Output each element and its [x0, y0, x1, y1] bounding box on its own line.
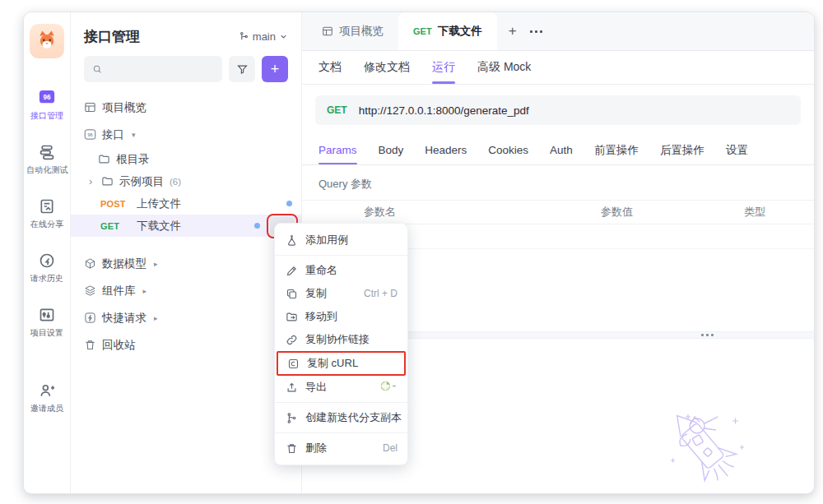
tab-bar: 项目概览 GET 下载文件 +: [302, 12, 814, 51]
tree-item-data-model[interactable]: 数据模型 ▸: [71, 250, 301, 277]
menu-item-move-to[interactable]: 移动到: [275, 305, 407, 328]
query-section-label: Query 参数: [302, 165, 814, 200]
tree-item-recycle-bin[interactable]: 回收站: [71, 331, 301, 358]
tab-headers[interactable]: Headers: [425, 136, 467, 164]
tab-method-badge: GET: [413, 26, 432, 36]
menu-label: 复制 cURL: [307, 356, 396, 371]
menu-item-rename[interactable]: 重命名: [275, 259, 407, 282]
rail-label: 接口管理: [30, 110, 63, 122]
chevron-down-icon: [279, 32, 288, 41]
search-input[interactable]: [107, 63, 214, 76]
menu-item-copy-collab-link[interactable]: 复制协作链接: [275, 328, 407, 351]
tree-label: 下载文件: [137, 219, 181, 234]
tree-item-component-lib[interactable]: 组件库 ▸: [71, 277, 301, 304]
svg-text:96: 96: [87, 132, 92, 137]
params-table-header: 参数名 参数值 类型: [302, 200, 814, 224]
add-case-icon: [286, 234, 298, 247]
tree-label: 组件库: [102, 284, 136, 298]
menu-item-delete[interactable]: 删除 Del: [275, 437, 407, 460]
duplicate-icon: [286, 288, 298, 300]
add-button[interactable]: +: [262, 56, 288, 82]
tab-advanced-mock[interactable]: 高级 Mock: [477, 51, 531, 84]
tree-label: 回收站: [102, 338, 136, 353]
menu-item-duplicate[interactable]: 复制 Ctrl + D: [275, 282, 407, 305]
col-param-type: 类型: [744, 205, 814, 220]
tree-item-upload-file[interactable]: POST 上传文件: [71, 192, 301, 215]
menu-item-new-iteration-branch-copy[interactable]: 创建新迭代分支副本: [275, 406, 407, 429]
tab-label: 下载文件: [438, 24, 482, 39]
quick-request-icon: [84, 312, 96, 324]
branch-selector[interactable]: main: [239, 30, 288, 43]
app-window: 96 接口管理 自动化测试 在线分享 请求历史 项目设置: [23, 12, 815, 494]
tree-label: 根目录: [116, 152, 150, 167]
splitter-handle-icon: [701, 334, 714, 336]
branch-copy-icon: [286, 412, 298, 424]
menu-label: 重命名: [305, 263, 398, 278]
trash-icon: [84, 339, 96, 351]
search-icon: [92, 63, 102, 75]
url-method-badge: GET: [327, 104, 347, 116]
export-icon: [286, 381, 298, 394]
tree-item-example-folder[interactable]: › 示例项目 (6): [71, 170, 301, 192]
request-history-icon: [38, 252, 56, 269]
unsaved-dot: [286, 201, 292, 206]
tree-label: 数据模型: [102, 257, 146, 271]
tab-doc[interactable]: 文档: [319, 51, 342, 84]
invite-member-button[interactable]: 邀请成员: [29, 382, 65, 414]
menu-divider: [275, 432, 407, 433]
sidebar-item-project-settings[interactable]: 项目设置: [29, 307, 65, 339]
menu-divider: [275, 402, 407, 403]
menu-item-export[interactable]: 导出: [275, 376, 407, 399]
tab-project-overview[interactable]: 项目概览: [307, 12, 398, 50]
sidebar-item-online-share[interactable]: 在线分享: [29, 198, 65, 230]
fox-icon: [35, 29, 59, 53]
menu-item-copy-curl[interactable]: 复制 cURL: [277, 351, 406, 376]
tab-cookies[interactable]: Cookies: [488, 136, 528, 164]
chevron-right-icon: ›: [89, 175, 95, 187]
rail-label: 自动化测试: [26, 164, 68, 176]
tab-body[interactable]: Body: [379, 136, 404, 164]
sidebar-item-api-manage[interactable]: 96 接口管理: [29, 90, 65, 122]
tab-edit-doc[interactable]: 修改文档: [364, 51, 410, 84]
move-to-icon: [286, 311, 298, 323]
tab-run[interactable]: 运行: [432, 51, 455, 84]
delete-icon: [286, 442, 298, 455]
rename-icon: [286, 265, 298, 277]
tree-label: 项目概览: [102, 100, 146, 115]
menu-shortcut: Del: [383, 442, 398, 454]
tab-pre-actions[interactable]: 前置操作: [594, 136, 639, 164]
menu-label: 复制: [305, 286, 356, 301]
tree-item-root-folder[interactable]: 根目录: [71, 148, 301, 170]
api-icon: 96: [84, 128, 96, 141]
col-param-name: 参数名: [364, 205, 601, 220]
sidebar-item-request-history[interactable]: 请求历史: [29, 252, 65, 284]
url-bar[interactable]: GET http://127.0.0.1:8000/generate_pdf: [315, 95, 801, 125]
tree-item-quick-request[interactable]: 快捷请求 ▸: [71, 304, 301, 331]
copy-link-icon: [286, 334, 298, 346]
filter-button[interactable]: [229, 56, 255, 82]
api-manage-icon: 96: [38, 90, 56, 106]
sidebar-item-automation-test[interactable]: 自动化测试: [25, 144, 70, 176]
overview-grid-icon: [322, 25, 333, 37]
app-logo-fox[interactable]: [30, 24, 64, 58]
tab-params[interactable]: Params: [319, 136, 357, 164]
online-share-icon: [38, 198, 56, 215]
tree-label: 示例项目: [119, 174, 164, 189]
tab-download-file[interactable]: GET 下载文件: [398, 12, 497, 50]
tab-auth[interactable]: Auth: [550, 136, 573, 164]
tree-item-download-file[interactable]: GET 下载文件: [71, 215, 301, 237]
menu-item-add-case[interactable]: 添加用例: [275, 229, 407, 252]
caret-down-icon: ▾: [132, 131, 136, 139]
tab-settings[interactable]: 设置: [726, 136, 748, 164]
ellipsis-icon: [530, 30, 542, 33]
search-input-wrap: [84, 56, 222, 82]
new-tab-button[interactable]: +: [509, 23, 517, 39]
overview-grid-icon: [84, 101, 96, 113]
menu-label: 添加用例: [305, 233, 398, 247]
tab-more-button[interactable]: [530, 30, 542, 33]
tree-item-api-section[interactable]: 96 接口 ▾: [71, 121, 301, 148]
tree-item-project-overview[interactable]: 项目概览: [71, 94, 301, 121]
caret-icon: ▸: [143, 287, 147, 295]
branch-name: main: [253, 30, 276, 43]
tab-post-actions[interactable]: 后置操作: [660, 136, 704, 164]
